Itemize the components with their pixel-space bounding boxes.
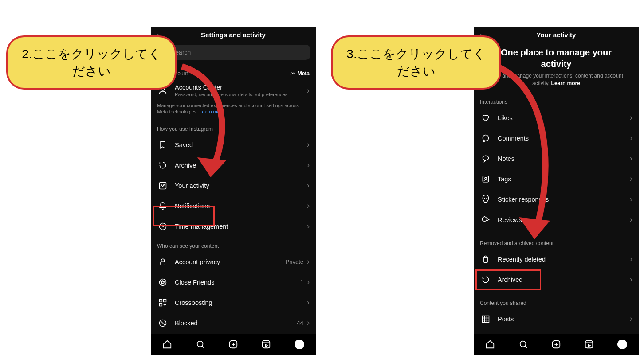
svg-point-35 <box>520 341 526 347</box>
highlight-recently-deleted <box>475 269 541 290</box>
search-icon[interactable] <box>518 339 529 350</box>
chevron-right-icon: › <box>630 195 632 204</box>
arrow-to-recently-deleted <box>492 62 563 259</box>
reels-row[interactable]: Reels › <box>474 329 639 334</box>
posts-row[interactable]: Posts › <box>474 309 639 329</box>
callout-step-3: 3.ここをクリックしてください <box>331 35 501 90</box>
chevron-right-icon: › <box>307 222 310 231</box>
chevron-right-icon: › <box>630 154 632 163</box>
home-icon[interactable] <box>485 339 495 350</box>
svg-marker-0 <box>197 157 226 177</box>
row-label: Close Friends <box>175 279 300 286</box>
reels-icon[interactable] <box>261 339 271 350</box>
svg-rect-11 <box>160 303 162 306</box>
section-content-shared: Content you shared <box>474 294 639 309</box>
profile-icon[interactable] <box>617 339 628 350</box>
meta-badge: Meta <box>290 70 310 77</box>
chevron-right-icon: › <box>307 298 310 307</box>
profile-icon[interactable] <box>294 339 305 350</box>
svg-line-36 <box>525 346 527 348</box>
blocked-row[interactable]: Blocked 44 › <box>151 313 316 333</box>
section-who-can-see: Who can see your content <box>151 237 316 252</box>
row-value: Private <box>286 258 303 265</box>
chevron-right-icon: › <box>307 257 310 266</box>
comment-icon <box>480 133 491 144</box>
chevron-right-icon: › <box>307 160 310 170</box>
crossposting-row[interactable]: Crossposting › <box>151 293 316 313</box>
header-title: ‹ Your activity <box>474 27 639 42</box>
create-icon[interactable] <box>228 339 239 350</box>
search-input[interactable]: Search <box>156 45 310 60</box>
chevron-right-icon: › <box>307 277 310 287</box>
svg-rect-40 <box>585 341 593 348</box>
row-value: 1 <box>300 279 303 285</box>
svg-rect-5 <box>160 182 166 189</box>
trash-icon <box>480 254 491 265</box>
chevron-right-icon: › <box>307 201 310 211</box>
chevron-right-icon: › <box>630 133 632 143</box>
create-icon[interactable] <box>551 339 562 350</box>
svg-rect-20 <box>263 341 270 348</box>
lock-icon <box>157 256 169 268</box>
nav-bar <box>151 334 316 355</box>
row-label: Crossposting <box>175 299 307 306</box>
grid-icon <box>480 313 491 325</box>
nav-bar <box>474 334 639 355</box>
chevron-right-icon: › <box>630 174 632 183</box>
sticker-icon <box>480 194 491 205</box>
svg-line-13 <box>161 321 165 325</box>
svg-point-25 <box>485 177 487 179</box>
header-title: ‹ Settings and activity <box>151 27 316 42</box>
svg-line-16 <box>202 346 204 348</box>
svg-rect-7 <box>161 262 165 265</box>
page-title: Settings and activity <box>201 31 266 39</box>
heart-icon <box>480 112 491 124</box>
grid-plus-icon <box>157 297 169 308</box>
chevron-right-icon: › <box>307 140 310 149</box>
close-friends-row[interactable]: Close Friends 1 › <box>151 272 316 293</box>
row-label: Account privacy <box>175 258 286 265</box>
star-icon <box>157 277 169 288</box>
svg-point-22 <box>483 135 488 141</box>
notes-icon <box>480 153 491 164</box>
svg-point-23 <box>483 156 488 160</box>
svg-rect-10 <box>164 299 166 302</box>
tags-icon <box>480 173 491 185</box>
search-icon[interactable] <box>195 339 206 350</box>
reels-icon[interactable] <box>584 339 594 350</box>
row-value: 44 <box>297 320 303 326</box>
chevron-right-icon: › <box>630 113 632 122</box>
meta-icon <box>290 70 296 77</box>
highlight-your-activity <box>153 206 215 226</box>
home-icon[interactable] <box>162 339 173 350</box>
chevron-right-icon: › <box>307 181 310 190</box>
svg-point-26 <box>484 198 485 199</box>
svg-rect-9 <box>160 299 162 302</box>
chevron-right-icon: › <box>307 86 310 95</box>
activity-icon <box>157 180 169 191</box>
page-title: Your activity <box>537 31 576 39</box>
callout-step-2: 2.ここをクリックしてください <box>6 35 177 90</box>
chevron-right-icon: › <box>307 318 310 328</box>
archive-icon <box>157 160 169 171</box>
chevron-right-icon: › <box>630 275 632 284</box>
chevron-right-icon: › <box>630 254 632 264</box>
svg-rect-28 <box>483 316 489 322</box>
row-label: Posts <box>498 316 630 323</box>
blocked-icon <box>157 317 169 329</box>
chevron-right-icon: › <box>630 314 632 324</box>
arrow-to-your-activity <box>173 62 235 197</box>
reviews-icon <box>480 214 491 226</box>
bookmark-icon <box>157 139 169 151</box>
svg-marker-1 <box>519 217 550 239</box>
chevron-right-icon: › <box>630 215 632 224</box>
account-privacy-row[interactable]: Account privacy Private › <box>151 252 316 272</box>
svg-point-15 <box>197 341 203 347</box>
svg-point-27 <box>487 198 487 199</box>
row-label: Blocked <box>175 320 297 327</box>
